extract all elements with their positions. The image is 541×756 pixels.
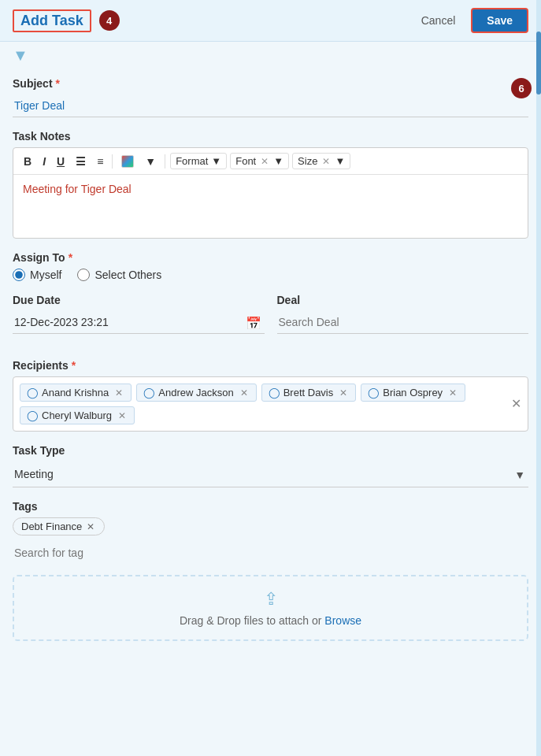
- bold-button[interactable]: B: [20, 154, 35, 169]
- due-date-input[interactable]: [13, 311, 265, 334]
- recipient-tag-andrew: ◯ Andrew Jackson ✕: [136, 384, 256, 402]
- file-drop-zone[interactable]: ⇪ Drag & Drop files to attach or Browse: [13, 575, 528, 641]
- browse-link[interactable]: Browse: [324, 614, 361, 627]
- recipients-field-group: Recipients* ◯ Anand Krishna ✕ ◯ Andrew J…: [13, 359, 528, 432]
- remove-tag-debt-finance-button[interactable]: ✕: [85, 521, 96, 532]
- editor-body[interactable]: Meeting for Tiger Deal: [13, 175, 528, 238]
- font-color-button[interactable]: [117, 153, 138, 169]
- subject-input[interactable]: [13, 94, 528, 117]
- step-4-badge: 4: [99, 10, 120, 31]
- cancel-button[interactable]: Cancel: [413, 9, 464, 32]
- select-others-option[interactable]: Select Others: [77, 269, 161, 281]
- recipient-tags-list: ◯ Anand Krishna ✕ ◯ Andrew Jackson ✕ ◯ B…: [20, 384, 521, 424]
- user-icon-anand: ◯: [27, 387, 39, 398]
- user-icon-cheryl: ◯: [27, 410, 39, 421]
- recipient-tag-anand: ◯ Anand Krishna ✕: [20, 384, 132, 402]
- remove-brian-button[interactable]: ✕: [447, 387, 458, 398]
- recipient-name-brian: Brian Osprey: [383, 387, 443, 398]
- size-clear-btn[interactable]: ✕: [321, 156, 332, 167]
- arrow-down-indicator: ▼: [0, 42, 541, 69]
- subject-label: Subject*: [13, 77, 528, 90]
- tags-label: Tags: [13, 500, 528, 513]
- toolbar-divider-1: [112, 154, 113, 169]
- deal-field-group: Deal: [277, 294, 529, 334]
- recipients-label: Recipients*: [13, 359, 528, 372]
- upload-icon: ⇪: [27, 589, 514, 610]
- task-type-wrapper: Meeting Call Email Follow-up ▼: [13, 461, 528, 487]
- task-type-select[interactable]: Meeting Call Email Follow-up: [13, 461, 528, 487]
- remove-andrew-button[interactable]: ✕: [239, 387, 250, 398]
- color-dropdown-btn[interactable]: ▼: [141, 154, 160, 169]
- due-date-deal-row: Due Date 📅 Deal: [13, 294, 528, 346]
- recipient-tag-brian: ◯ Brian Osprey ✕: [361, 384, 465, 402]
- editor-content: Meeting for Tiger Deal: [23, 183, 132, 195]
- tag-search-input[interactable]: [13, 543, 123, 562]
- calendar-icon[interactable]: 📅: [246, 315, 261, 330]
- recipient-tag-cheryl: ◯ Cheryl Walburg ✕: [20, 406, 135, 424]
- font-clear-btn[interactable]: ✕: [259, 156, 270, 167]
- italic-button[interactable]: I: [39, 154, 50, 169]
- myself-label: Myself: [30, 269, 61, 281]
- assign-radio-group: Myself Select Others: [13, 269, 528, 281]
- color-icon: [121, 155, 134, 168]
- deal-search-input[interactable]: [277, 311, 529, 334]
- main-content: Subject* Task Notes B I U ☰ ≡ ▼ Format ▼: [0, 69, 541, 657]
- tag-debt-finance-label: Debt Finance: [21, 521, 82, 532]
- task-notes-label: Task Notes: [13, 130, 528, 143]
- step-6-badge: 6: [511, 78, 532, 98]
- drop-zone-text: Drag & Drop files to attach or: [180, 614, 324, 627]
- tags-container: Debt Finance ✕: [13, 517, 528, 562]
- user-icon-brian: ◯: [368, 387, 380, 398]
- task-type-field-group: Task Type Meeting Call Email Follow-up ▼: [13, 444, 528, 487]
- format-dropdown[interactable]: Format ▼: [170, 153, 227, 169]
- tag-debt-finance: Debt Finance ✕: [13, 517, 105, 536]
- select-others-label: Select Others: [94, 269, 161, 281]
- ordered-list-button[interactable]: ≡: [93, 154, 107, 169]
- scrollbar-track: [536, 0, 541, 756]
- due-date-field-group: Due Date 📅: [13, 294, 265, 334]
- recipient-name-andrew: Andrew Jackson: [158, 387, 233, 398]
- header-actions: Cancel Save: [413, 8, 528, 33]
- task-notes-field-group: Task Notes B I U ☰ ≡ ▼ Format ▼ Font: [13, 130, 528, 239]
- due-date-label: Due Date: [13, 294, 265, 306]
- deal-label: Deal: [277, 294, 529, 306]
- remove-brett-button[interactable]: ✕: [338, 387, 349, 398]
- recipient-name-cheryl: Cheryl Walburg: [42, 410, 112, 421]
- remove-anand-button[interactable]: ✕: [113, 387, 124, 398]
- toolbar-divider-2: [165, 154, 165, 169]
- recipient-tag-brett: ◯ Brett Davis ✕: [261, 384, 357, 402]
- recipients-clear-button[interactable]: ✕: [511, 398, 521, 410]
- bullet-list-button[interactable]: ☰: [72, 154, 90, 169]
- save-button[interactable]: Save: [471, 8, 528, 33]
- recipient-name-anand: Anand Krishna: [42, 387, 109, 398]
- assign-to-label: Assign To*: [13, 251, 528, 264]
- task-notes-editor: B I U ☰ ≡ ▼ Format ▼ Font ✕ ▼: [13, 147, 528, 239]
- subject-field-group: Subject*: [13, 77, 528, 117]
- myself-radio[interactable]: [13, 269, 25, 281]
- editor-toolbar: B I U ☰ ≡ ▼ Format ▼ Font ✕ ▼: [13, 148, 528, 175]
- task-type-label: Task Type: [13, 444, 528, 457]
- remove-cheryl-button[interactable]: ✕: [117, 410, 128, 421]
- underline-button[interactable]: U: [53, 154, 69, 169]
- header: Add Task 4 Cancel Save: [0, 0, 541, 42]
- user-icon-brett: ◯: [269, 387, 280, 398]
- page-title: Add Task: [13, 9, 91, 32]
- recipients-container: ◯ Anand Krishna ✕ ◯ Andrew Jackson ✕ ◯ B…: [13, 376, 528, 432]
- size-dropdown[interactable]: Size ✕ ▼: [292, 153, 350, 169]
- select-others-radio[interactable]: [77, 269, 90, 281]
- font-dropdown[interactable]: Font ✕ ▼: [230, 153, 289, 169]
- recipient-name-brett: Brett Davis: [283, 387, 334, 398]
- scrollbar-thumb[interactable]: [536, 32, 541, 94]
- tags-field-group: Tags Debt Finance ✕: [13, 500, 528, 562]
- due-date-wrapper: 📅: [13, 311, 265, 334]
- assign-to-section: Assign To* Myself Select Others: [13, 251, 528, 281]
- myself-option[interactable]: Myself: [13, 269, 61, 281]
- user-icon-andrew: ◯: [143, 387, 155, 398]
